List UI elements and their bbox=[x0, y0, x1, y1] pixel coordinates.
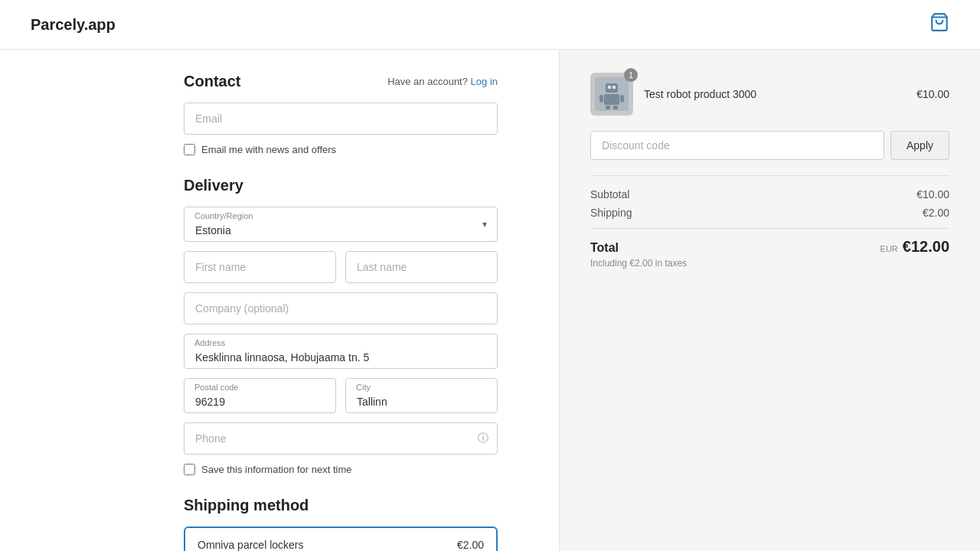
postal-city-row: Postal code City bbox=[184, 378, 498, 413]
phone-wrapper: ⓘ bbox=[184, 422, 498, 455]
total-amount: €12.00 bbox=[903, 238, 949, 256]
shipping-option-label: Omniva parcel lockers bbox=[198, 539, 304, 551]
header: Parcely.app bbox=[0, 0, 980, 50]
last-name-input[interactable] bbox=[345, 251, 498, 283]
product-image-wrapper: 1 bbox=[590, 73, 633, 116]
svg-rect-8 bbox=[606, 106, 610, 109]
address-input[interactable] bbox=[184, 334, 498, 369]
svg-rect-3 bbox=[608, 86, 611, 89]
discount-input[interactable] bbox=[590, 131, 884, 160]
delivery-title: Delivery bbox=[184, 177, 498, 194]
country-wrapper: Country/Region Estonia ▾ bbox=[184, 207, 498, 242]
product-thumbnail-svg bbox=[595, 77, 629, 111]
shipping-label: Shipping bbox=[590, 207, 632, 219]
apply-button[interactable]: Apply bbox=[890, 131, 949, 160]
login-link[interactable]: Log in bbox=[471, 76, 498, 87]
company-input[interactable] bbox=[184, 292, 498, 324]
first-name-input[interactable] bbox=[184, 251, 336, 283]
total-row: Total Including €2.00 in taxes EUR €12.0… bbox=[590, 228, 949, 269]
product-price: €10.00 bbox=[916, 88, 949, 100]
postal-label: Postal code bbox=[194, 383, 238, 392]
subtotal-value: €10.00 bbox=[916, 188, 949, 201]
svg-rect-9 bbox=[613, 106, 618, 109]
right-panel: 1 Test robot product 3000 €10.00 Apply S… bbox=[559, 50, 980, 551]
subtotal-row: Subtotal €10.00 bbox=[590, 188, 949, 201]
newsletter-row: Email me with news and offers bbox=[184, 144, 498, 155]
delivery-section: Delivery Country/Region Estonia ▾ Addres… bbox=[184, 177, 498, 475]
logo: Parcely.app bbox=[31, 16, 116, 34]
total-left: Total Including €2.00 in taxes bbox=[590, 241, 687, 269]
total-currency: EUR bbox=[880, 244, 898, 253]
contact-section-header: Contact Have an account? Log in bbox=[184, 73, 498, 90]
tax-note: Including €2.00 in taxes bbox=[590, 258, 687, 269]
shipping-method-title: Shipping method bbox=[184, 497, 498, 514]
svg-rect-6 bbox=[599, 95, 603, 103]
city-wrapper: City bbox=[345, 378, 498, 413]
order-summary: Subtotal €10.00 Shipping €2.00 Total Inc… bbox=[590, 175, 949, 269]
shipping-method-section: Shipping method Omniva parcel lockers €2… bbox=[184, 497, 498, 551]
total-label: Total bbox=[590, 241, 619, 254]
svg-rect-7 bbox=[620, 95, 624, 103]
newsletter-label: Email me with news and offers bbox=[201, 144, 336, 155]
shipping-value: €2.00 bbox=[923, 207, 949, 219]
country-select[interactable]: Estonia bbox=[184, 207, 498, 242]
main-layout: Contact Have an account? Log in Email me… bbox=[0, 50, 980, 551]
svg-rect-4 bbox=[612, 86, 616, 89]
shipping-row: Shipping €2.00 bbox=[590, 207, 949, 219]
city-label: City bbox=[356, 383, 371, 392]
shipping-option-omniva[interactable]: Omniva parcel lockers €2.00 bbox=[184, 527, 498, 551]
product-badge: 1 bbox=[624, 68, 638, 82]
company-wrapper bbox=[184, 292, 498, 324]
contact-title: Contact bbox=[184, 73, 240, 90]
save-info-checkbox[interactable] bbox=[184, 464, 195, 475]
left-panel: Contact Have an account? Log in Email me… bbox=[0, 50, 559, 551]
total-right: EUR €12.00 bbox=[880, 238, 949, 256]
help-icon: ⓘ bbox=[478, 432, 488, 445]
product-row: 1 Test robot product 3000 €10.00 bbox=[590, 73, 949, 116]
phone-input[interactable] bbox=[184, 422, 498, 455]
name-row bbox=[184, 251, 498, 283]
svg-rect-5 bbox=[604, 94, 619, 105]
newsletter-checkbox[interactable] bbox=[184, 144, 195, 155]
save-info-row: Save this information for next time bbox=[184, 464, 498, 475]
cart-icon[interactable] bbox=[929, 12, 949, 37]
subtotal-label: Subtotal bbox=[590, 188, 629, 201]
svg-rect-2 bbox=[606, 83, 618, 93]
product-name: Test robot product 3000 bbox=[644, 88, 906, 100]
postal-wrapper: Postal code bbox=[184, 378, 336, 413]
save-info-label: Save this information for next time bbox=[201, 464, 352, 475]
login-prompt: Have an account? Log in bbox=[387, 76, 498, 87]
email-input[interactable] bbox=[184, 103, 498, 135]
shipping-option-price: €2.00 bbox=[457, 539, 484, 551]
address-wrapper: Address bbox=[184, 334, 498, 369]
discount-row: Apply bbox=[590, 131, 949, 160]
